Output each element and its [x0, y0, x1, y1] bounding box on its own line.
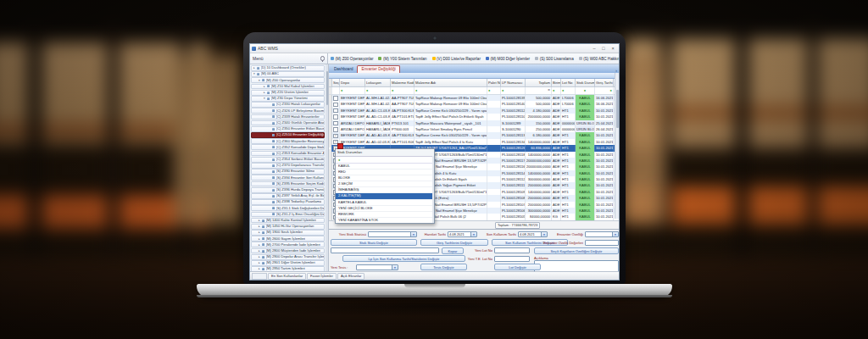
tree-node[interactable]: (C) Z354 Serbest Etiket Basımı [251, 157, 325, 163]
menubar-item[interactable]: (V) D00 Liste/ve Raporlar [432, 57, 481, 61]
grid-column-header[interactable]: Toplam [526, 79, 552, 86]
change-lot-button[interactable]: Lot Değiştir [494, 264, 541, 270]
grid-filter-cell[interactable] [332, 87, 340, 94]
tree-node[interactable]: ▸ (M) 1900 Sevk İşlemleri [251, 230, 325, 236]
kopar-button[interactable]: Kopar [442, 247, 464, 254]
grid-filter-cell[interactable]: ● [552, 87, 561, 94]
tree-node[interactable]: (C) Z350 Envanter Etiket Basımı [251, 126, 325, 132]
tree-node[interactable]: ▸ (D) 10 Dashboard (Örnekler) [251, 65, 325, 71]
tree-node[interactable]: (C) Z340 Günlük Operatör Atamaları [251, 120, 325, 126]
grid-column-header[interactable]: Lot No [561, 79, 576, 86]
tree-node[interactable]: (C) Z353 Konsolide Envanter Adetl. [251, 151, 325, 157]
table-row[interactable]: ARIZALI DEPO HASARLI_İADE PT613.101 TopR… [329, 120, 619, 126]
grid-filter-cell[interactable]: ● [415, 87, 487, 94]
new-te-lot-input[interactable] [494, 256, 530, 262]
tree-node[interactable]: (S) Z31.2 İş Emri Önceliğini Değiştirme [251, 212, 325, 218]
tree-node[interactable]: ▸ (M) 1450 Hi-Giz Operasyonları [251, 224, 325, 230]
tree-node[interactable]: (C) Z330 Hatalı Lokasyonlar [251, 102, 325, 108]
tree-node[interactable]: (S) Z395 Envanter Seçim Kodu Değiş. [251, 181, 325, 187]
table-row[interactable]: BEYKENT DEPO AL-MH-LA1-02-K1 AA-PT907.TU… [329, 95, 619, 101]
filter-icon[interactable]: ● [610, 88, 612, 92]
grid-vertical-scrollbar[interactable] [615, 73, 619, 219]
dropdown-option[interactable]: 2.KALİTE(TM) [336, 193, 434, 199]
dropdown-option[interactable]: 2.SEÇİM [336, 181, 434, 187]
grid-column-header[interactable]: Stok Durumu [576, 79, 595, 86]
grid-filter-cell[interactable]: ● [576, 87, 595, 94]
row-checkbox[interactable] [332, 120, 340, 126]
grid-column-header[interactable]: Palet No [487, 79, 501, 86]
dropdown-option[interactable]: YENİ KARANTİNA STOK [336, 218, 434, 224]
row-checkbox[interactable] [332, 95, 340, 101]
tree-node[interactable]: ▸ (M) 1400 Kalite Kontrol İşlemleri [251, 218, 325, 224]
dropdown-option[interactable]: KARTELA KABUL [336, 200, 434, 206]
table-row[interactable]: ✓ BEYKENT DEPO AL-AD-A1-03-K1 4A-PT300.K… [329, 132, 619, 138]
dropdown-option[interactable]: İMHA/BAĞIŞ [336, 187, 434, 193]
filter-icon[interactable]: ● [366, 88, 368, 92]
grid-filter-cell[interactable]: ● [391, 87, 415, 94]
table-row[interactable]: BEYKENT DEPO AL-AD-C1-03-K5 4A-PT101.ETL… [329, 114, 619, 119]
dropdown-scrollbar[interactable] [432, 156, 435, 223]
new-status-combo[interactable] [368, 231, 417, 237]
menubar-item[interactable]: (M) Y00 Sistem Tanımları [378, 57, 426, 61]
tree-node[interactable]: ▸ (M) Z10 Mal Kabul İşlemleri [251, 84, 325, 90]
grid-column-header[interactable]: LP Numarası [501, 79, 526, 86]
tree-node[interactable]: (S) Z390 Envanter Silme [251, 169, 325, 175]
sidebar-scrollbar[interactable] [326, 64, 328, 271]
tree-node[interactable]: ▸ (M) 2901 Diğer Üretim İşlemleri [251, 260, 325, 266]
tree-node[interactable]: ▸ (M) 2800 Müşteriden İade İşlemleri [251, 248, 325, 254]
table-row[interactable]: BEYKENT DEPO AL-AD-C1-03-K3 4A-PT300.KLM… [329, 108, 619, 114]
change-entry-dates-button[interactable]: Giriş Tarihlerini Değiştir [420, 239, 488, 246]
filter-icon[interactable]: ● [415, 88, 417, 92]
new-facility-combo[interactable] [356, 264, 398, 270]
grid-filter-cell[interactable]: ● [561, 87, 576, 94]
statusbar-tab[interactable]: En Son Kullanılanlar [268, 273, 306, 280]
row-checkbox[interactable] [332, 101, 340, 107]
table-row[interactable]: BEYKENT DEPO AL-MH-LA1-02-K1 AA-PT907.TU… [329, 101, 619, 107]
change-status-button[interactable]: Stok Statü Değiştir [331, 239, 417, 246]
change-facility-button[interactable]: Tesis Değiştir [420, 264, 467, 270]
statusbar-tab[interactable]: Favori İşlemler [307, 273, 337, 280]
dropdown-option[interactable]: REWORK [336, 212, 434, 218]
filter-icon[interactable]: ● [502, 88, 504, 92]
row-checkbox[interactable] [332, 126, 340, 132]
filter-icon[interactable]: ● [341, 88, 342, 92]
filter-icon[interactable]: ● [392, 88, 393, 92]
tree-node[interactable]: ▾ (M) Z30 Depo Yönetimi [251, 96, 325, 102]
grid-filter-cell[interactable]: ● [340, 87, 365, 94]
row-checkbox[interactable] [332, 108, 340, 114]
movement-date-input[interactable]: 4.08.2021 [448, 231, 477, 237]
tree-node[interactable]: ▾ (M) Z00 Operasyonlar [251, 77, 325, 83]
tree-node[interactable]: ▾ (M) 00 ABC [251, 71, 325, 77]
tree-node[interactable]: (C) Z370 Depolararası Transfer Kulla. [251, 163, 325, 169]
grid-column-header[interactable]: Malzeme Adı [415, 79, 487, 86]
grid-filter-cell[interactable]: ● [487, 87, 501, 94]
tree-node[interactable]: (S) Z394 Envanter Seri Kullanımı Ta. [251, 175, 325, 181]
tree-node[interactable]: (C) Z2510 Envanter Değişikliği [251, 132, 325, 138]
grid-filter-cell[interactable]: ● [595, 87, 614, 94]
minimize-button[interactable]: – [591, 45, 598, 52]
grid-column-header[interactable]: Lokasyon [365, 79, 391, 86]
dropdown-filter-row[interactable]: ● [336, 157, 434, 164]
pin-icon[interactable] [320, 56, 326, 61]
tree-node[interactable]: (C) Z339 Hatalı Envanterler [251, 114, 325, 120]
dropdown-option[interactable]: KABUL [336, 164, 434, 170]
change-selected-attr-button[interactable]: Seçili Kayıtların Özelliğini Değiştir [534, 247, 619, 254]
dropdown-option[interactable]: YENİ GEÇİCİ BLOKE [336, 206, 434, 212]
lp-barcode-input[interactable] [331, 247, 439, 253]
grid-column-header[interactable]: Giriş Tarihi [595, 79, 614, 86]
tree-node[interactable]: ▸ (M) 2950 Tartım İşlemleri [251, 266, 325, 271]
tree-node[interactable]: (S) Z396 Hurda Depoya Transfer [251, 187, 325, 193]
table-row[interactable]: ✓ BEYKENT DEPO AL-AD-02-03-K6 4A-PT101.K… [329, 139, 619, 145]
filter-icon[interactable]: = [548, 88, 550, 92]
maximize-button[interactable]: □ [600, 45, 607, 52]
row-checkbox[interactable] [332, 114, 340, 119]
tab-envanter-degisikligi[interactable]: Envanter Değişikliği [357, 65, 399, 73]
grid-column-header[interactable]: Birim [552, 79, 561, 86]
dropdown-option[interactable]: BLOKE [336, 175, 434, 181]
dropdown-option[interactable]: RED [336, 170, 434, 175]
tree-node[interactable]: (S) Z31.1 Stok Değişkenleri Değerlend. [251, 205, 325, 211]
tab-dashboard[interactable]: Dashboard [331, 66, 356, 73]
filter-icon[interactable]: ● [488, 88, 490, 92]
new-lot-input[interactable] [494, 247, 530, 253]
inventory-attr-combo[interactable] [585, 231, 619, 237]
